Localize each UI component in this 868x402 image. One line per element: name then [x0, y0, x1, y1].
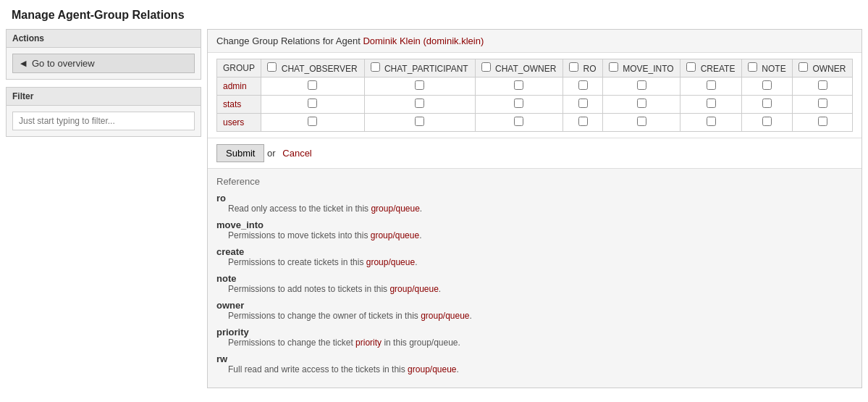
users-chat-participant[interactable]	[415, 117, 424, 126]
filter-title: Filter	[7, 88, 201, 106]
users-move-into[interactable]	[637, 117, 646, 126]
admin-chat-observer[interactable]	[308, 80, 317, 90]
group-link-users[interactable]: users	[223, 117, 244, 127]
go-to-overview-button[interactable]: ◀ Go to overview	[12, 54, 195, 73]
ref-term-create: create	[216, 246, 853, 257]
page-title: Manage Agent-Group Relations	[0, 0, 868, 29]
ref-term-owner: owner	[216, 300, 853, 311]
ref-desc-move-into: Permissions to move tickets into this gr…	[216, 230, 853, 240]
col-owner: OWNER	[793, 59, 853, 78]
ref-link-note[interactable]: group/queue	[389, 284, 438, 294]
permissions-table: GROUP CHAT_OBSERVER CHAT_PARTICIPANT CHA…	[216, 59, 853, 132]
col-chat-observer: CHAT_OBSERVER	[261, 59, 364, 78]
header-prefix: Change Group Relations for Agent	[216, 35, 361, 46]
admin-ro[interactable]	[578, 80, 588, 90]
check-all-note[interactable]	[748, 62, 757, 72]
ref-item-rw: rw Full read and write access to the tic…	[216, 353, 853, 374]
filter-section: Filter	[6, 87, 201, 137]
stats-move-into[interactable]	[637, 99, 646, 108]
main-header: Change Group Relations for Agent Dominik…	[208, 30, 861, 53]
stats-create[interactable]	[707, 99, 716, 108]
ref-link-create[interactable]: group/queue	[366, 257, 415, 267]
table-row: users	[217, 114, 853, 132]
group-link-stats[interactable]: stats	[223, 99, 241, 109]
ref-term-move-into: move_into	[216, 219, 853, 230]
actions-section: Actions ◀ Go to overview	[6, 29, 201, 80]
check-all-chat-observer[interactable]	[267, 62, 277, 72]
filter-input[interactable]	[12, 112, 195, 130]
ref-term-rw: rw	[216, 353, 853, 364]
ref-item-owner: owner Permissions to change the owner of…	[216, 300, 853, 321]
cancel-link[interactable]: Cancel	[282, 148, 311, 159]
ref-desc-ro: Read only access to the ticket in this g…	[216, 204, 853, 214]
ref-link-ro[interactable]: group/queue	[371, 204, 419, 214]
admin-note[interactable]	[762, 80, 772, 90]
users-chat-owner[interactable]	[514, 117, 523, 126]
check-all-move-into[interactable]	[609, 62, 618, 72]
ref-desc-note: Permissions to add notes to tickets in t…	[216, 284, 853, 294]
table-row: stats	[217, 96, 853, 114]
ref-link-move-into[interactable]: group/queue	[371, 230, 419, 240]
col-ro: RO	[563, 59, 603, 78]
users-chat-observer[interactable]	[308, 117, 317, 126]
col-chat-owner: CHAT_OWNER	[475, 59, 563, 78]
ref-desc-create: Permissions to create tickets in this gr…	[216, 257, 853, 267]
ref-term-priority: priority	[216, 327, 853, 338]
ref-desc-priority: Permissions to change the ticket priorit…	[216, 338, 853, 348]
ref-link-owner[interactable]: group/queue	[421, 311, 469, 321]
or-label: or	[267, 148, 276, 159]
reference-section: Reference ro Read only access to the tic…	[208, 168, 861, 388]
users-create[interactable]	[707, 117, 716, 126]
col-group: GROUP	[217, 59, 261, 78]
agent-name-link[interactable]: Dominik Klein (dominik.klein)	[363, 35, 484, 46]
main-content: Change Group Relations for Agent Dominik…	[207, 29, 862, 388]
ref-item-create: create Permissions to create tickets in …	[216, 246, 853, 267]
check-all-owner[interactable]	[799, 62, 808, 72]
stats-chat-observer[interactable]	[308, 99, 317, 108]
ref-desc-rw: Full read and write access to the ticket…	[216, 364, 853, 374]
ref-desc-owner: Permissions to change the owner of ticke…	[216, 311, 853, 321]
ref-item-ro: ro Read only access to the ticket in thi…	[216, 193, 853, 214]
col-move-into: MOVE_INTO	[602, 59, 680, 78]
ref-link-rw[interactable]: group/queue	[408, 364, 456, 374]
go-to-overview-label: Go to overview	[32, 58, 95, 69]
actions-title: Actions	[7, 30, 201, 48]
stats-owner[interactable]	[818, 99, 827, 108]
admin-chat-owner[interactable]	[514, 80, 523, 90]
ref-term-ro: ro	[216, 193, 853, 204]
stats-ro[interactable]	[578, 99, 588, 108]
stats-chat-owner[interactable]	[514, 99, 523, 108]
group-link-admin[interactable]: admin	[223, 81, 247, 91]
check-all-chat-owner[interactable]	[481, 62, 491, 72]
reference-title: Reference	[216, 176, 853, 187]
sidebar: Actions ◀ Go to overview Filter	[6, 29, 201, 388]
ref-link-priority[interactable]: priority	[355, 338, 382, 348]
form-actions: Submit or Cancel	[208, 138, 861, 168]
stats-chat-participant[interactable]	[415, 99, 424, 108]
users-ro[interactable]	[578, 117, 588, 126]
users-note[interactable]	[762, 117, 772, 126]
admin-create[interactable]	[707, 80, 716, 90]
col-note: NOTE	[741, 59, 792, 78]
agent-username: (dominik.klein)	[423, 35, 484, 46]
ref-term-note: note	[216, 273, 853, 284]
check-all-create[interactable]	[686, 62, 696, 72]
permissions-table-wrapper: GROUP CHAT_OBSERVER CHAT_PARTICIPANT CHA…	[208, 53, 861, 138]
ref-item-move-into: move_into Permissions to move tickets in…	[216, 219, 853, 240]
admin-owner[interactable]	[818, 80, 827, 90]
ref-item-note: note Permissions to add notes to tickets…	[216, 273, 853, 294]
agent-name: Dominik Klein	[363, 35, 420, 46]
col-create: CREATE	[681, 59, 742, 78]
check-all-chat-participant[interactable]	[371, 62, 380, 72]
table-row: admin	[217, 78, 853, 96]
users-owner[interactable]	[818, 117, 827, 126]
ref-item-priority: priority Permissions to change the ticke…	[216, 327, 853, 348]
check-all-ro[interactable]	[569, 62, 578, 72]
col-chat-participant: CHAT_PARTICIPANT	[364, 59, 475, 78]
back-arrow-icon: ◀	[20, 59, 26, 68]
admin-move-into[interactable]	[637, 80, 646, 90]
admin-chat-participant[interactable]	[415, 80, 424, 90]
stats-note[interactable]	[762, 99, 772, 108]
submit-button[interactable]: Submit	[216, 144, 264, 162]
